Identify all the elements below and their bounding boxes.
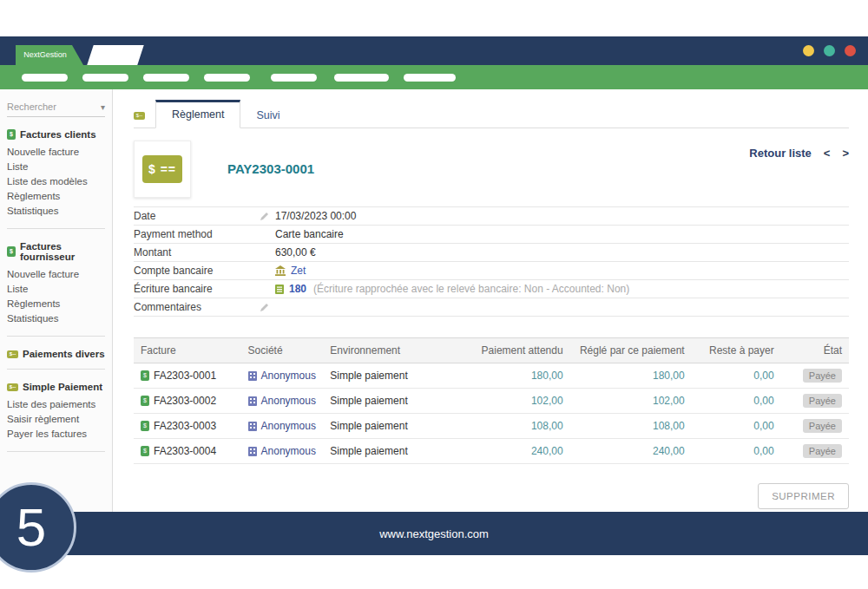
invoice-link[interactable]: FA2303-0002 — [154, 395, 216, 407]
footer-bar: www.nextgestion.com — [0, 512, 868, 555]
paid-amount: 180,00 — [570, 363, 692, 389]
tab-reglement[interactable]: Règlement — [155, 100, 240, 128]
company-icon — [248, 371, 257, 381]
remaining-amount: 0,00 — [692, 363, 781, 389]
company-link[interactable]: Anonymous — [261, 370, 316, 382]
money-icon: $-- — [7, 383, 18, 391]
back-to-list-link[interactable]: Retour liste — [749, 147, 812, 160]
page-number: 5 — [16, 501, 46, 554]
sidebar-item-reglements[interactable]: Règlements — [7, 189, 105, 204]
sidebar-item-statistiques[interactable]: Statistiques — [7, 204, 105, 219]
nav-pill[interactable] — [404, 74, 456, 82]
payment-icon-card: $ == — [134, 141, 191, 198]
bank-icon — [275, 265, 286, 276]
linked-invoices-table: Facture Société Environnement Paiement a… — [134, 337, 849, 464]
remaining-amount: 0,00 — [692, 414, 781, 439]
sidebar-item-saisir-reglement[interactable]: Saisir règlement — [7, 412, 105, 427]
company-link[interactable]: Anonymous — [261, 395, 316, 407]
company-link[interactable]: Anonymous — [261, 445, 316, 457]
environment-cell: Simple paiement — [323, 363, 444, 389]
red-dot-icon[interactable] — [845, 45, 856, 56]
pencil-icon[interactable] — [260, 211, 270, 221]
detail-row-ecriture-bancaire: Écriture bancaire 180 (Écriture rapproch… — [134, 280, 849, 298]
invoice-link[interactable]: FA2303-0004 — [154, 445, 216, 457]
sidebar-item-factures-fournisseur[interactable]: $ Factures fournisseur — [7, 241, 105, 262]
teal-dot-icon[interactable] — [824, 45, 835, 56]
environment-cell: Simple paiement — [323, 414, 444, 439]
col-reste-a-payer: Reste à payer — [692, 338, 781, 363]
environment-cell: Simple paiement — [323, 389, 444, 414]
brand-tab[interactable]: NextGestion — [16, 45, 83, 65]
col-societe: Société — [241, 338, 324, 363]
page-title: PAY2303-0001 — [227, 161, 314, 176]
bank-entry-note: (Écriture rapprochée avec le relevé banc… — [313, 283, 629, 295]
detail-row-compte-bancaire: Compte bancaire Zet — [134, 262, 849, 280]
sidebar-item-liste-paiements[interactable]: Liste des paiements — [7, 397, 105, 412]
sidebar-item-nouvelle-facture[interactable]: Nouvelle facture — [7, 145, 105, 160]
nav-pill[interactable] — [271, 74, 317, 82]
tab-bar: $-- Règlement Suivi — [134, 101, 849, 128]
field-label: Payment method — [134, 228, 260, 240]
detail-row-montant: Montant 630,00 € — [134, 244, 849, 262]
blank-tab[interactable] — [87, 45, 143, 65]
table-row: $FA2303-0004 Anonymous Simple paiement 2… — [134, 439, 849, 464]
invoice-icon: $ — [141, 396, 149, 406]
nav-pill[interactable] — [204, 74, 250, 82]
divider — [7, 369, 105, 370]
remaining-amount: 0,00 — [692, 389, 781, 414]
delete-button[interactable]: SUPPRIMER — [758, 483, 849, 509]
main-navbar — [0, 65, 868, 89]
search-input[interactable]: Rechercher ▾ — [7, 101, 105, 117]
next-icon[interactable]: > — [842, 147, 849, 160]
tab-suivi[interactable]: Suivi — [240, 103, 295, 128]
col-paiement-attendu: Paiement attendu — [444, 338, 569, 363]
app-window: NextGestion Rechercher ▾ $ Factures clie… — [0, 36, 868, 555]
sidebar-item-nouvelle-facture[interactable]: Nouvelle facture — [7, 267, 105, 282]
remaining-amount: 0,00 — [692, 439, 781, 464]
field-label: Écriture bancaire — [134, 283, 260, 295]
invoice-link[interactable]: FA2303-0003 — [154, 420, 216, 432]
field-value: Carte bancaire — [275, 228, 344, 240]
company-icon — [248, 422, 257, 431]
paid-amount: 108,00 — [570, 414, 692, 439]
field-label: Compte bancaire — [134, 265, 260, 277]
table-header-row: Facture Société Environnement Paiement a… — [134, 338, 849, 363]
browser-titlebar: NextGestion — [0, 36, 868, 65]
sidebar-item-paiements-divers[interactable]: $-- Paiements divers — [7, 349, 105, 359]
invoice-icon: $ — [7, 246, 16, 257]
sidebar-item-factures-clients[interactable]: $ Factures clients — [7, 129, 105, 140]
field-label: Montant — [134, 246, 260, 259]
sidebar-item-reglements[interactable]: Règlements — [7, 297, 105, 311]
prev-icon[interactable]: < — [824, 147, 831, 160]
detail-row-commentaires: Commentaires — [134, 298, 849, 317]
company-link[interactable]: Anonymous — [261, 420, 316, 432]
field-value: 630,00 € — [275, 246, 316, 259]
invoice-link[interactable]: FA2303-0001 — [154, 370, 216, 382]
paid-amount: 240,00 — [570, 439, 692, 464]
main-panel: $-- Règlement Suivi $ == PAY2303-0001 Re… — [113, 89, 868, 512]
col-etat: État — [781, 338, 849, 363]
sidebar-item-liste[interactable]: Liste — [7, 282, 105, 297]
payment-header: $ == PAY2303-0001 Retour liste < > — [134, 140, 849, 198]
sidebar-item-statistiques[interactable]: Statistiques — [7, 311, 105, 326]
nav-pill[interactable] — [22, 74, 68, 82]
nav-pill[interactable] — [334, 74, 389, 82]
field-label: Date — [134, 210, 260, 222]
sidebar-item-liste[interactable]: Liste — [7, 160, 105, 174]
yellow-dot-icon[interactable] — [803, 45, 814, 56]
sidebar-item-payer-factures[interactable]: Payer les factures — [7, 427, 105, 442]
col-regle-paiement: Réglé par ce paiement — [570, 338, 692, 363]
pencil-icon[interactable] — [260, 302, 270, 312]
sidebar-item-liste-modeles[interactable]: Liste des modèles — [7, 174, 105, 189]
bank-entry-link[interactable]: 180 — [289, 283, 306, 295]
company-icon — [248, 396, 257, 406]
nav-pill[interactable] — [82, 74, 128, 82]
expected-amount: 240,00 — [444, 439, 569, 464]
status-badge: Payée — [803, 419, 842, 433]
bank-account-link[interactable]: Zet — [291, 265, 306, 277]
invoice-icon: $ — [7, 129, 16, 140]
traffic-lights — [803, 45, 856, 56]
sidebar-item-simple-paiement[interactable]: $-- Simple Paiement — [7, 382, 105, 392]
nav-pill[interactable] — [143, 74, 189, 82]
expected-amount: 180,00 — [444, 363, 569, 389]
